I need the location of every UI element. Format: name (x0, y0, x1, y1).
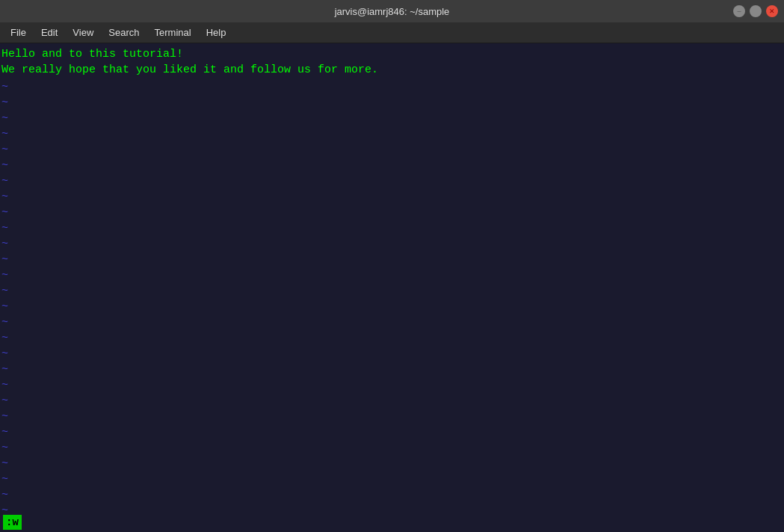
tilde-line: ~ (1, 487, 783, 503)
menu-help[interactable]: Help (199, 25, 234, 40)
terminal-line-1: Hello and to this tutorial! (1, 46, 783, 62)
title-bar: jarvis@iamrj846: ~/sample – ✕ (0, 0, 784, 22)
terminal-content: Hello and to this tutorial! We really ho… (0, 43, 784, 513)
terminal-window: jarvis@iamrj846: ~/sample – ✕ File Edit … (0, 0, 784, 532)
tilde-line: ~ (1, 424, 783, 440)
tilde-line: ~ (1, 377, 783, 393)
tilde-line: ~ (1, 393, 783, 409)
minimize-button[interactable]: – (733, 5, 745, 17)
terminal-line-2: We really hope that you liked it and fol… (1, 62, 783, 78)
tilde-line: ~ (1, 362, 783, 377)
tilde-line: ~ (1, 503, 783, 513)
menu-search[interactable]: Search (101, 25, 146, 40)
tilde-line: ~ (1, 173, 783, 189)
tilde-line: ~ (1, 267, 783, 283)
menu-file[interactable]: File (3, 25, 34, 40)
tilde-line: ~ (1, 252, 783, 267)
tilde-line: ~ (1, 126, 783, 142)
tilde-line: ~ (1, 283, 783, 299)
tilde-line: ~ (1, 440, 783, 456)
tilde-line: ~ (1, 315, 783, 330)
status-bar: :w (0, 513, 784, 532)
command-status: :w (3, 515, 22, 530)
tilde-line: ~ (1, 205, 783, 220)
tilde-line: ~ (1, 95, 783, 111)
tilde-line: ~ (1, 79, 783, 95)
menu-bar: File Edit View Search Terminal Help (0, 22, 784, 43)
tilde-line: ~ (1, 346, 783, 362)
tilde-line: ~ (1, 236, 783, 252)
tilde-line: ~ (1, 111, 783, 126)
tilde-line: ~ (1, 189, 783, 205)
tilde-line: ~ (1, 409, 783, 424)
restore-button[interactable] (750, 5, 762, 17)
window-controls: – ✕ (733, 5, 778, 17)
menu-view[interactable]: View (65, 25, 101, 40)
close-button[interactable]: ✕ (766, 5, 778, 17)
tilde-line: ~ (1, 220, 783, 236)
tilde-line: ~ (1, 299, 783, 315)
tilde-lines: ~~~~~~~~~~~~~~~~~~~~~~~~~~~~~~~~~~~~ (1, 79, 783, 513)
tilde-line: ~ (1, 330, 783, 346)
tilde-line: ~ (1, 471, 783, 487)
menu-terminal[interactable]: Terminal (147, 25, 199, 40)
window-title: jarvis@iamrj846: ~/sample (335, 6, 450, 17)
tilde-line: ~ (1, 142, 783, 158)
tilde-line: ~ (1, 158, 783, 173)
menu-edit[interactable]: Edit (34, 25, 65, 40)
tilde-line: ~ (1, 456, 783, 471)
